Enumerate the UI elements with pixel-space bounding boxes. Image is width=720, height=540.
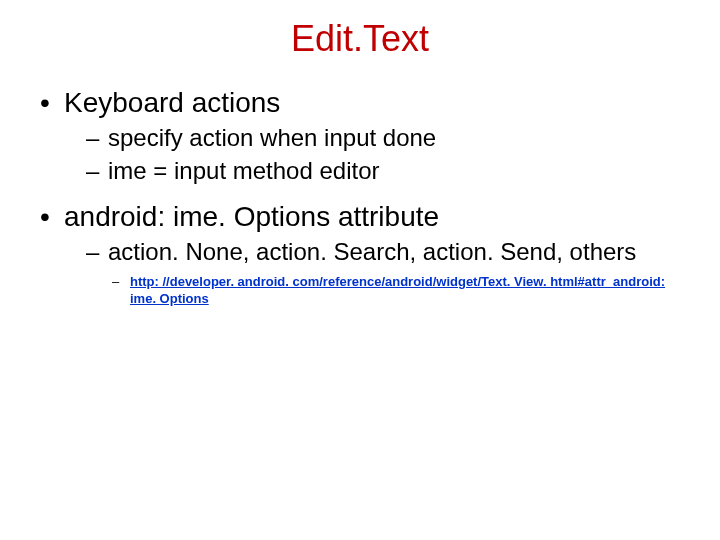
subbullet-doc-link: http: //developer. android. com/referenc…	[30, 274, 690, 308]
bullet-keyboard-actions: Keyboard actions	[30, 86, 690, 119]
subbullet-specify-action: specify action when input done	[30, 123, 690, 152]
bullet-ime-options-attr: android: ime. Options attribute	[30, 200, 690, 233]
slide-body: Keyboard actions specify action when inp…	[30, 80, 690, 312]
slide-title: Edit.Text	[0, 18, 720, 60]
slide: Edit.Text Keyboard actions specify actio…	[0, 0, 720, 540]
doc-link[interactable]: http: //developer. android. com/referenc…	[130, 274, 665, 306]
subbullet-action-values: action. None, action. Search, action. Se…	[30, 237, 690, 266]
subbullet-ime-definition: ime = input method editor	[30, 156, 690, 185]
